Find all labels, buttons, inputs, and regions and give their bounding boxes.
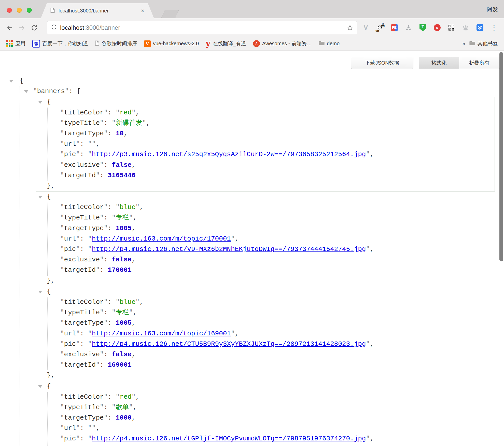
json-token: 3165446: [108, 172, 135, 179]
json-token: ,: [136, 393, 140, 401]
fastforward-icon[interactable]: »: [432, 22, 442, 33]
bookmark-item[interactable]: 应用: [6, 40, 25, 47]
bookmark-item[interactable]: y在线翻译_有道: [206, 40, 246, 47]
json-token: ": [104, 319, 108, 327]
json-token: red: [120, 109, 132, 116]
json-token: 170001: [108, 266, 132, 274]
json-token: titleColor: [64, 298, 104, 306]
json-token: ": [100, 256, 104, 263]
collapse-triangle-icon[interactable]: [24, 90, 28, 93]
bookmark-item[interactable]: 谷歌按时间排序: [95, 40, 137, 47]
minimize-window-icon[interactable]: [17, 8, 22, 13]
json-token: :: [80, 140, 88, 148]
json-line-exclusive: "exclusive": false,: [48, 255, 495, 265]
bookmark-label: 应用: [15, 40, 25, 47]
json-token: ,: [370, 151, 374, 158]
downloader-icon[interactable]: [475, 22, 485, 33]
json-link[interactable]: http://music.163.com/m/topic/169001: [92, 330, 231, 337]
json-token: ": [60, 404, 64, 411]
zoom-window-icon[interactable]: [27, 8, 32, 13]
profile-name[interactable]: 阿发: [487, 6, 498, 13]
collapse-triangle-icon[interactable]: [38, 101, 42, 104]
json-token: url: [64, 140, 76, 148]
json-line-pic: "pic": "http://p4.music.126.net/CTU5B9R9…: [48, 339, 495, 349]
json-token: ": [88, 235, 92, 243]
json-link[interactable]: http://p3.music.126.net/s25q2x5QyqsAzilC…: [92, 151, 366, 158]
fehelper-icon[interactable]: FE: [389, 22, 399, 33]
address-bar[interactable]: localhost:3000/banner: [47, 21, 357, 34]
reload-icon[interactable]: [28, 22, 40, 34]
download-json-button[interactable]: 下载JSON数据: [351, 57, 413, 69]
json-token: 1000: [116, 414, 131, 422]
page-icon: [50, 8, 55, 14]
bookmark-item[interactable]: 百度一下，你就知道: [32, 40, 88, 48]
collapse-triangle-icon[interactable]: [38, 196, 42, 199]
json-token: ": [116, 109, 120, 116]
json-token: ": [60, 351, 64, 358]
json-token: ": [76, 340, 80, 348]
json-array-item[interactable]: {"titleColor": "red","typeTitle": "歌单","…: [36, 381, 495, 446]
paw-icon[interactable]: [460, 22, 471, 33]
collapse-all-button[interactable]: 折叠所有: [459, 57, 499, 69]
back-icon[interactable]: [4, 22, 16, 34]
format-button[interactable]: 格式化: [419, 57, 459, 69]
json-token: :: [80, 245, 88, 253]
tab-title: localhost:3000/banner: [59, 8, 141, 14]
page-info-icon[interactable]: [51, 24, 57, 31]
json-array-item[interactable]: {"titleColor": "blue","typeTitle": "专栏",…: [36, 191, 495, 286]
json-token: ": [366, 151, 370, 158]
json-link[interactable]: http://music.163.com/m/topic/170001: [92, 235, 231, 243]
collapse-triangle-icon[interactable]: [9, 80, 13, 83]
json-token: :: [108, 130, 116, 137]
translate-icon[interactable]: 英en: [375, 22, 385, 33]
browser-menu-icon[interactable]: ⋮: [489, 23, 499, 32]
json-token: banners: [37, 87, 65, 95]
json-token: ": [76, 435, 80, 442]
collapse-triangle-icon[interactable]: [38, 291, 42, 293]
json-token: ": [88, 340, 92, 348]
json-line-url: "url": "http://music.163.com/m/topic/169…: [48, 329, 495, 339]
tampermonkey-icon[interactable]: T: [418, 22, 428, 33]
json-link[interactable]: http://p4.music.126.net/V9-MXz6b2MNhEKju…: [92, 245, 366, 253]
json-token: ,: [96, 424, 100, 432]
json-token: ": [88, 330, 92, 337]
json-line-typeTitle: "typeTitle": "新碟首发",: [48, 118, 495, 128]
json-token: ": [92, 424, 96, 432]
bookmarks-bar: 应用百度一下，你就知道谷歌按时间排序Vvue-hackernews-2.0y在线…: [0, 37, 504, 51]
json-token: {: [47, 288, 51, 295]
json-token: ": [100, 404, 104, 411]
json-token: :: [108, 203, 116, 211]
browser-tab[interactable]: localhost:3000/banner ×: [41, 3, 154, 18]
json-token: ,: [132, 161, 136, 169]
forward-icon[interactable]: [16, 22, 28, 34]
close-window-icon[interactable]: [7, 8, 12, 13]
json-token: ": [104, 298, 108, 306]
json-token: false: [112, 256, 132, 263]
bookmark-item[interactable]: Vvue-hackernews-2.0: [144, 40, 199, 47]
bookmark-star-icon[interactable]: [347, 25, 353, 31]
tab-close-icon[interactable]: ×: [141, 8, 144, 14]
json-array-item[interactable]: {"titleColor": "blue","typeTitle": "专栏",…: [36, 286, 495, 381]
collapse-triangle-icon[interactable]: [38, 385, 42, 388]
url-host: localhost: [60, 24, 84, 31]
baidu-icon: [32, 40, 40, 48]
vue-devtools-icon[interactable]: V: [361, 22, 371, 33]
json-link[interactable]: http://p4.music.126.net/CTU5B9R9y3XyYBZX…: [92, 340, 366, 348]
qrcode-icon[interactable]: [446, 22, 456, 33]
json-token: ": [60, 330, 64, 337]
json-array-item[interactable]: {"titleColor": "red","typeTitle": "新碟首发"…: [36, 97, 495, 191]
json-token: ": [60, 172, 64, 179]
json-token: ": [129, 214, 133, 221]
json-token: ": [116, 298, 120, 306]
json-token: ": [96, 266, 100, 274]
json-link[interactable]: http://p4.music.126.net/tGPljf-IMOCyPvum…: [92, 435, 366, 442]
json-token: ": [60, 424, 64, 432]
sitemap-icon[interactable]: [403, 22, 414, 33]
scrollbar-thumb[interactable]: [499, 52, 503, 261]
bookmark-item-other[interactable]: 其他书签: [469, 40, 498, 47]
bookmarks-overflow-icon[interactable]: »: [462, 40, 465, 47]
bookmark-item[interactable]: AAwesomes - 前端资…: [253, 40, 312, 47]
new-tab-button[interactable]: [161, 10, 179, 18]
json-token: targetType: [64, 130, 104, 137]
bookmark-item[interactable]: demo: [319, 41, 340, 47]
